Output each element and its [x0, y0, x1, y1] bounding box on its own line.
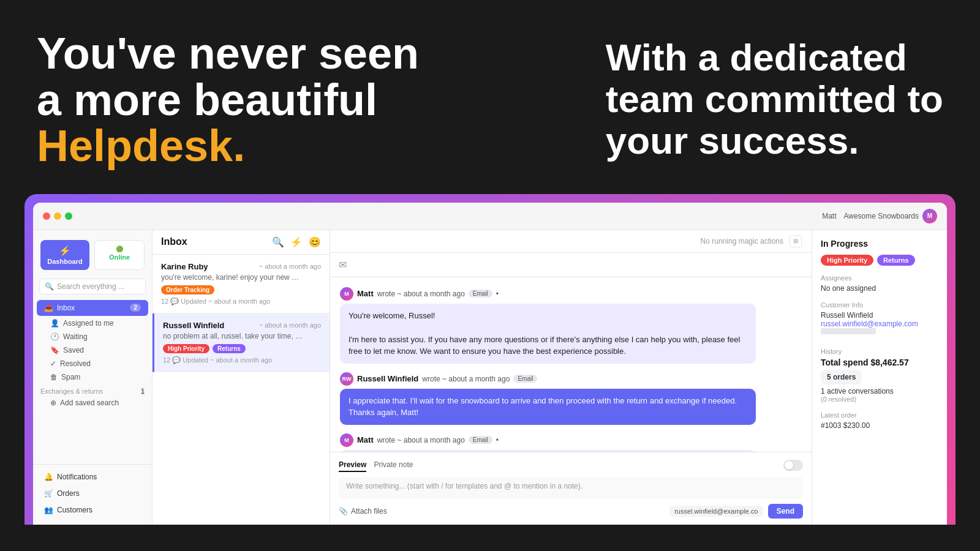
- compose-footer: 📎 Attach files russel.winfield@example.c…: [339, 504, 803, 519]
- dashboard-button[interactable]: ⚡ Dashboard: [40, 240, 89, 270]
- total-spend: Total spend $8,462.57: [821, 358, 938, 367]
- inbox-title: Inbox: [161, 236, 187, 247]
- maximize-button[interactable]: [65, 212, 72, 220]
- send-area: russel.winfield@example.co Send: [669, 504, 803, 519]
- spam-icon: 🗑: [50, 373, 58, 381]
- conversation-item-active[interactable]: Russell Winfield ~ about a month ago no …: [153, 313, 330, 372]
- conv-header-2: Russell Winfield ~ about a month ago: [163, 321, 321, 330]
- compose-input[interactable]: Write something... (start with / for tem…: [339, 477, 803, 499]
- right-panel: In Progress High Priority Returns Assign…: [812, 230, 947, 525]
- tag-order-tracking: Order Tracking: [161, 285, 214, 294]
- orders-icon: 🛒: [44, 489, 53, 498]
- conv-preview-2: no problem at all, russel. take your tim…: [163, 332, 304, 340]
- sidebar-item-customers[interactable]: 👥 Customers: [37, 502, 148, 518]
- user-name: Matt: [822, 212, 836, 220]
- conv-time: ~ about a month ago: [259, 263, 321, 270]
- inbox-icon: 📥: [44, 304, 53, 312]
- waiting-icon: 🕐: [50, 332, 59, 341]
- conv-footer-2: 12 💬 Updated ~ about a month ago: [163, 356, 321, 364]
- toggle-switch[interactable]: [783, 460, 803, 471]
- message-header-3: M Matt wrote ~ about a month ago Email •: [340, 433, 756, 447]
- conv-name: Karine Ruby: [161, 262, 208, 271]
- app-window: Matt Awesome Snowboards M ⚡ Dashboard 🟢 …: [33, 203, 947, 525]
- customer-name: Russell Winfield: [821, 311, 938, 320]
- conv-preview: you're welcome, karine! enjoy your new s…: [161, 273, 302, 282]
- active-conversations: 1 active conversations: [821, 387, 938, 395]
- tab-private-note[interactable]: Private note: [374, 459, 413, 472]
- emoji-action-icon[interactable]: 😊: [309, 236, 321, 248]
- message-header-2: RW Russell Winfield wrote ~ about a mont…: [340, 372, 756, 386]
- sidebar-bottom: 🔔 Notifications 🛒 Orders 👥 Customers: [33, 464, 152, 519]
- message-bubble-1: You're welcome, Russel! I'm here to assi…: [340, 304, 756, 364]
- send-button[interactable]: Send: [768, 504, 803, 519]
- conv-tags-2: High Priority Returns: [163, 344, 321, 353]
- magic-actions-icon[interactable]: ⊞: [790, 235, 802, 247]
- status-button[interactable]: 🟢 Online: [94, 240, 145, 270]
- search-icon: 🔍: [45, 282, 54, 291]
- hero-subheadline: With a dedicated team committed to your …: [606, 37, 943, 162]
- titlebar: Matt Awesome Snowboards M: [33, 203, 947, 230]
- assignees-value: No one assigned: [821, 284, 938, 293]
- message-header-1: M Matt wrote ~ about a month ago Email •: [340, 287, 756, 301]
- magic-actions-bar: No running magic actions ⊞: [330, 230, 812, 253]
- conv-time-2: ~ about a month ago: [259, 321, 321, 329]
- sidebar-item-resolved[interactable]: ✓ Resolved: [33, 357, 152, 370]
- agent-avatar-1: M: [340, 287, 353, 301]
- avatar[interactable]: M: [922, 209, 937, 223]
- message-3: M Matt wrote ~ about a month ago Email •…: [340, 433, 756, 452]
- sidebar-item-inbox[interactable]: 📥 Inbox 2: [37, 300, 148, 316]
- tag-high-priority: High Priority: [163, 344, 209, 353]
- sidebar-item-orders[interactable]: 🛒 Orders: [37, 485, 148, 501]
- message-1: M Matt wrote ~ about a month ago Email •…: [340, 287, 756, 364]
- notifications-icon: 🔔: [44, 473, 53, 481]
- sidebar-item-saved[interactable]: 🔖 Saved: [33, 343, 152, 357]
- rp-customer-info: Customer Info Russell Winfield russel.wi…: [821, 301, 938, 339]
- inbox-header: Inbox 🔍 ⚡ 😊: [153, 230, 330, 255]
- inbox-badge: 2: [130, 304, 141, 312]
- history-label: History: [821, 348, 938, 355]
- app-body: ⚡ Dashboard 🟢 Online 🔍 Search everything…: [33, 230, 947, 525]
- message-2: RW Russell Winfield wrote ~ about a mont…: [340, 372, 756, 425]
- sidebar-item-add-saved[interactable]: ⊕ Add saved search: [33, 396, 152, 410]
- search-box[interactable]: 🔍 Search everything ...: [39, 279, 146, 294]
- sidebar-top-buttons: ⚡ Dashboard 🟢 Online: [33, 236, 152, 276]
- conv-name-2: Russell Winfield: [163, 321, 224, 330]
- tab-preview[interactable]: Preview: [339, 459, 366, 472]
- sidebar-item-assigned[interactable]: 👤 Assigned to me: [33, 317, 152, 330]
- customer-phone-redacted: [821, 328, 876, 334]
- search-placeholder: Search everything ...: [57, 282, 124, 291]
- customer-email[interactable]: russel.winfield@example.com: [821, 320, 938, 328]
- magic-actions-text: No running magic actions: [701, 237, 783, 246]
- rp-tags: High Priority Returns: [821, 255, 938, 266]
- hero-left: You've never seen a more beautiful Helpd…: [37, 31, 419, 170]
- hero-headline: You've never seen a more beautiful Helpd…: [37, 31, 419, 170]
- titlebar-user: Matt Awesome Snowboards M: [822, 209, 937, 223]
- sidebar-item-spam[interactable]: 🗑 Spam: [33, 370, 152, 384]
- rp-tag-high-priority[interactable]: High Priority: [821, 255, 873, 266]
- sidebar: ⚡ Dashboard 🟢 Online 🔍 Search everything…: [33, 230, 153, 525]
- search-action-icon[interactable]: 🔍: [272, 236, 284, 248]
- filter-action-icon[interactable]: ⚡: [290, 236, 303, 248]
- message-bubble-2: I appreciate that. I'll wait for the sno…: [340, 389, 756, 425]
- minimize-button[interactable]: [54, 212, 61, 220]
- rp-tag-returns[interactable]: Returns: [877, 255, 915, 266]
- recipient-pill: russel.winfield@example.co: [669, 506, 763, 517]
- agent-avatar-2: M: [340, 433, 353, 447]
- compose-area: Preview Private note Write something... …: [330, 452, 812, 525]
- rp-assignees: Assignees No one assigned: [821, 274, 938, 293]
- inbox-panel: Inbox 🔍 ⚡ 😊 Karine Ruby ~ about a month …: [153, 230, 330, 525]
- close-button[interactable]: [43, 212, 50, 220]
- resolved-icon: ✓: [50, 359, 56, 368]
- sidebar-item-waiting[interactable]: 🕐 Waiting: [33, 330, 152, 343]
- app-container: Matt Awesome Snowboards M ⚡ Dashboard 🟢 …: [24, 194, 956, 525]
- orders-badge[interactable]: 5 orders: [821, 370, 862, 384]
- resolved-count: (0 resolved): [821, 395, 938, 403]
- hero-right: With a dedicated team committed to your …: [606, 31, 943, 162]
- attach-files-button[interactable]: 📎 Attach files: [339, 507, 387, 515]
- rp-history: History Total spend $8,462.57 5 orders 1…: [821, 348, 938, 403]
- latest-order-value: #1003 $230.00: [821, 421, 938, 430]
- conversation-item[interactable]: Karine Ruby ~ about a month ago you're w…: [153, 255, 330, 313]
- traffic-lights: [43, 212, 72, 220]
- hero-section: You've never seen a more beautiful Helpd…: [0, 0, 980, 194]
- sidebar-item-notifications[interactable]: 🔔 Notifications: [37, 469, 148, 485]
